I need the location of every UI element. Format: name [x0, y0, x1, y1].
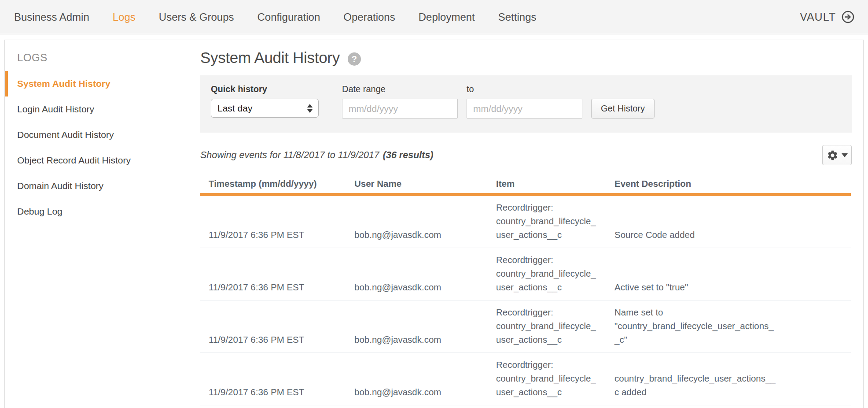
vault-menu[interactable]: VAULT — [800, 10, 855, 24]
quick-history-value: Last day — [217, 103, 252, 114]
top-nav: Business AdminLogsUsers & GroupsConfigur… — [0, 0, 868, 34]
audit-history-table: Timestamp (mm/dd/yyyy)User NameItemEvent… — [200, 175, 851, 405]
cell-user: bob.ng@javasdk.com — [354, 353, 496, 405]
cell-description: country_brand_lifecycle_user_actions__ c… — [614, 353, 851, 405]
to-label: to — [467, 84, 582, 94]
results-summary: Showing events for 11/8/2017 to 11/9/201… — [200, 150, 434, 161]
column-header-event-description: Event Description — [614, 175, 851, 195]
cell-timestamp: 11/9/2017 6:36 PM EST — [200, 353, 354, 405]
cell-timestamp: 11/9/2017 6:36 PM EST — [200, 195, 354, 248]
quick-history-select[interactable]: Last day — [211, 99, 319, 118]
quick-history-group: Quick history Last day — [211, 84, 319, 133]
results-count: (36 results) — [383, 150, 434, 160]
date-from-input[interactable] — [342, 99, 458, 119]
table-row: 11/9/2017 6:36 PM ESTbob.ng@javasdk.comR… — [200, 195, 851, 248]
cell-user: bob.ng@javasdk.com — [354, 195, 496, 248]
date-from-group: Date range — [342, 84, 458, 133]
cell-timestamp: 11/9/2017 6:36 PM EST — [200, 248, 354, 300]
sidebar-heading: LOGS — [5, 47, 182, 71]
sidebar-item-object-record-audit-history[interactable]: Object Record Audit History — [5, 148, 182, 173]
table-header-row: Timestamp (mm/dd/yyyy)User NameItemEvent… — [200, 175, 851, 195]
page-title: System Audit History — [200, 49, 340, 67]
cell-item: Recordtrigger: country_brand_lifecycle_ … — [496, 353, 614, 405]
content-panel: LOGS System Audit HistoryLogin Audit His… — [4, 40, 864, 408]
caret-down-icon — [842, 153, 848, 157]
cell-item: Recordtrigger: country_brand_lifecycle_ … — [496, 195, 614, 248]
nav-item-configuration[interactable]: Configuration — [257, 11, 320, 23]
cell-user: bob.ng@javasdk.com — [354, 248, 496, 300]
sidebar-item-debug-log[interactable]: Debug Log — [5, 199, 182, 224]
help-icon[interactable]: ? — [348, 52, 361, 66]
sidebar-item-document-audit-history[interactable]: Document Audit History — [5, 122, 182, 148]
nav-items: Business AdminLogsUsers & GroupsConfigur… — [14, 11, 559, 23]
cell-description: Active set to "true" — [614, 248, 851, 300]
cell-user: bob.ng@javasdk.com — [354, 300, 496, 353]
nav-item-operations[interactable]: Operations — [343, 11, 395, 23]
sidebar-item-domain-audit-history[interactable]: Domain Audit History — [5, 173, 182, 199]
nav-item-business-admin[interactable]: Business Admin — [14, 11, 89, 23]
sidebar-items: System Audit HistoryLogin Audit HistoryD… — [5, 71, 182, 224]
cell-description: Source Code added — [614, 195, 851, 248]
cell-timestamp: 11/9/2017 6:36 PM EST — [200, 300, 354, 353]
nav-item-users-groups[interactable]: Users & Groups — [159, 11, 234, 23]
table-row: 11/9/2017 6:36 PM ESTbob.ng@javasdk.comR… — [200, 248, 851, 300]
nav-item-settings[interactable]: Settings — [498, 11, 537, 23]
sidebar-item-login-audit-history[interactable]: Login Audit History — [5, 96, 182, 122]
column-header-user-name: User Name — [354, 175, 496, 195]
results-row: Showing events for 11/8/2017 to 11/9/201… — [200, 145, 852, 165]
select-updown-icon — [307, 104, 313, 113]
filter-bar: Quick history Last day Date range to Get — [200, 75, 852, 133]
date-to-input[interactable] — [467, 99, 582, 119]
gear-icon — [827, 149, 839, 161]
title-row: System Audit History ? — [200, 49, 863, 67]
table-row: 11/9/2017 6:36 PM ESTbob.ng@javasdk.comR… — [200, 300, 851, 353]
vault-label: VAULT — [800, 11, 836, 23]
cell-item: Recordtrigger: country_brand_lifecycle_ … — [496, 248, 614, 300]
sidebar-item-system-audit-history[interactable]: System Audit History — [5, 71, 182, 96]
vault-enter-icon — [841, 10, 855, 24]
table-row: 11/9/2017 6:36 PM ESTbob.ng@javasdk.comR… — [200, 353, 851, 405]
main-content: System Audit History ? Quick history Las… — [182, 40, 863, 408]
date-to-group: to — [467, 84, 582, 133]
date-range-label: Date range — [342, 84, 458, 94]
logs-sidebar: LOGS System Audit HistoryLogin Audit His… — [5, 40, 182, 408]
column-header-item: Item — [496, 175, 614, 195]
cell-description: Name set to "country_brand_lifecycle_use… — [614, 300, 851, 353]
get-history-button[interactable]: Get History — [591, 99, 655, 119]
nav-item-deployment[interactable]: Deployment — [419, 11, 475, 23]
nav-item-logs[interactable]: Logs — [113, 11, 136, 23]
column-header-timestamp-mm-dd-yyyy: Timestamp (mm/dd/yyyy) — [200, 175, 354, 195]
table-options-button[interactable] — [822, 145, 852, 165]
cell-item: Recordtrigger: country_brand_lifecycle_ … — [496, 300, 614, 353]
quick-history-label: Quick history — [211, 84, 319, 94]
results-summary-text: Showing events for 11/8/2017 to 11/9/201… — [200, 150, 379, 160]
